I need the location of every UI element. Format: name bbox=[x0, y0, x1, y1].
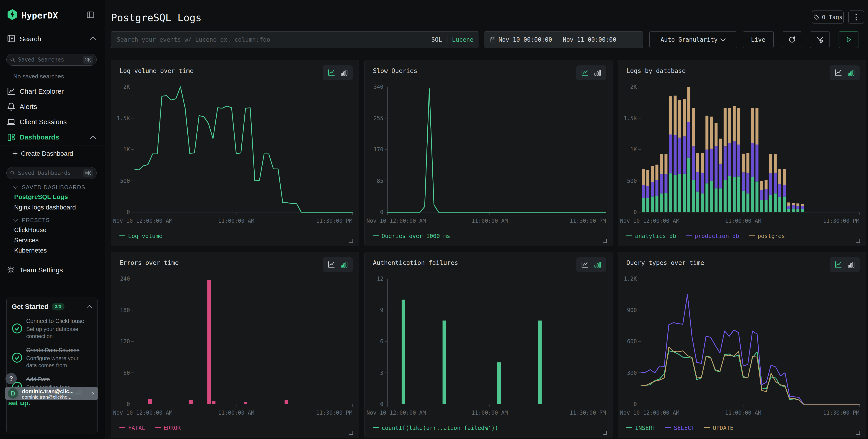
sidebar-item-search[interactable]: Search bbox=[20, 35, 41, 43]
presets-header[interactable]: PRESETS bbox=[22, 217, 50, 223]
chart-view-toggle[interactable] bbox=[576, 257, 606, 272]
sidebar-collapse-icon[interactable] bbox=[86, 11, 95, 19]
svg-text:Log volume: Log volume bbox=[128, 233, 162, 239]
chart-panel: Authentication failures 129630Nov 10 12:… bbox=[365, 252, 613, 438]
saved-dashboards-header[interactable]: SAVED DASHBOARDS bbox=[22, 184, 85, 191]
saved-dashboards-input-wrap: ⌘K bbox=[6, 167, 97, 179]
sidebar-item-services[interactable]: Services bbox=[14, 237, 38, 244]
chart-panel: Log volume over time 2K1.5K1K5000Nov 10 … bbox=[111, 60, 359, 246]
chart-panel: Slow Queries 340255170850Nov 10 12:00:00… bbox=[365, 60, 613, 246]
chart-title: Log volume over time bbox=[119, 67, 193, 74]
sidebar-item-client-sessions[interactable]: Client Sessions bbox=[0, 117, 105, 128]
svg-text:6: 6 bbox=[380, 338, 383, 345]
event-search-input[interactable] bbox=[111, 31, 478, 48]
svg-text:INSERT: INSERT bbox=[635, 425, 656, 431]
chart-view-toggle[interactable] bbox=[323, 257, 353, 272]
svg-text:60: 60 bbox=[123, 370, 130, 376]
saved-dashboards-input[interactable] bbox=[18, 169, 81, 177]
check-circle-icon bbox=[11, 352, 23, 363]
more-menu-button[interactable] bbox=[848, 10, 864, 24]
svg-text:1K: 1K bbox=[630, 146, 637, 153]
line-chart-icon bbox=[328, 69, 335, 76]
line-chart-icon bbox=[835, 69, 842, 76]
svg-text:11:30:00 PM: 11:30:00 PM bbox=[823, 410, 859, 416]
dashboards-icon bbox=[7, 133, 16, 142]
get-started-step[interactable]: Connect to ClickHouse Set up your databa… bbox=[11, 317, 92, 340]
svg-text:11:00:00 AM: 11:00:00 AM bbox=[725, 410, 761, 416]
sidebar-item-kubernetes[interactable]: Kubernetes bbox=[14, 247, 47, 254]
svg-text:1.5K: 1.5K bbox=[624, 115, 637, 122]
svg-text:900: 900 bbox=[627, 307, 637, 313]
kebab-icon bbox=[855, 13, 857, 21]
search-icon bbox=[10, 170, 15, 176]
lucene-toggle[interactable]: Lucene bbox=[452, 36, 473, 43]
sidebar-item-clickhouse[interactable]: ClickHouse bbox=[14, 226, 46, 233]
svg-text:Nov 10 12:00:00 AM: Nov 10 12:00:00 AM bbox=[367, 218, 426, 224]
get-started-card: Get Started 3/3 Connect to ClickHouse Se… bbox=[6, 297, 98, 434]
sidebar-item-nginx-dashboard[interactable]: Nginx logs dashboard bbox=[14, 204, 76, 211]
chevron-up-icon[interactable] bbox=[90, 36, 96, 40]
svg-text:170: 170 bbox=[374, 146, 383, 153]
chevron-up-icon[interactable] bbox=[86, 305, 92, 308]
svg-text:12: 12 bbox=[377, 276, 383, 282]
page-title: PostgreSQL Logs bbox=[111, 12, 202, 24]
refresh-button[interactable] bbox=[782, 31, 802, 48]
svg-text:11:00:00 AM: 11:00:00 AM bbox=[218, 410, 254, 416]
sidebar-item-chart-explorer[interactable]: Chart Explorer bbox=[0, 87, 105, 98]
line-chart-icon bbox=[328, 261, 335, 269]
chart-title: Query types over time bbox=[626, 259, 704, 266]
dashboard-grid: Log volume over time 2K1.5K1K5000Nov 10 … bbox=[111, 60, 866, 438]
chevron-down-icon bbox=[720, 38, 726, 41]
sidebar-item-team-settings[interactable]: Team Settings bbox=[20, 266, 63, 274]
sidebar-item-dashboards[interactable]: Dashboards bbox=[0, 132, 105, 144]
user-menu[interactable]: D dominic.tran@clic... dominic.tran@clic… bbox=[5, 387, 98, 400]
svg-text:600: 600 bbox=[627, 338, 637, 345]
svg-text:production_db: production_db bbox=[694, 233, 739, 239]
chevron-down-icon[interactable] bbox=[13, 186, 18, 189]
svg-text:0: 0 bbox=[380, 209, 383, 215]
svg-text:11:30:00 PM: 11:30:00 PM bbox=[316, 218, 352, 224]
svg-text:300: 300 bbox=[627, 370, 637, 376]
laptop-icon bbox=[7, 118, 16, 126]
gear-icon bbox=[7, 266, 15, 274]
tags-button[interactable]: 0 Tags bbox=[812, 10, 844, 24]
sidebar-item-postgresql-logs[interactable]: PostgreSQL Logs bbox=[14, 193, 68, 200]
check-circle-icon bbox=[11, 323, 23, 334]
sidebar-item-alerts[interactable]: Alerts bbox=[0, 102, 105, 113]
svg-text:Nov 10 12:00:00 AM: Nov 10 12:00:00 AM bbox=[367, 410, 426, 416]
create-dashboard-button[interactable]: Create Dashboard bbox=[21, 150, 73, 157]
run-query-button[interactable] bbox=[839, 31, 859, 48]
svg-text:countIf(like(arr..ation failed: countIf(like(arr..ation failed%')) bbox=[381, 425, 498, 431]
granularity-select[interactable]: Auto Granularity bbox=[649, 31, 737, 48]
chart-view-toggle[interactable] bbox=[323, 65, 353, 80]
get-started-step[interactable]: Create Data Sources Configure where your… bbox=[11, 346, 92, 369]
line-chart-icon bbox=[581, 261, 589, 269]
line-chart-icon bbox=[581, 69, 589, 76]
chart-title: Authentication failures bbox=[373, 259, 458, 266]
svg-text:85: 85 bbox=[377, 178, 383, 184]
chart-view-toggle[interactable] bbox=[830, 257, 860, 272]
sidebar: HyperDX Search ⌘K No saved searches Char… bbox=[0, 0, 105, 439]
svg-text:Queries over 1000 ms: Queries over 1000 ms bbox=[381, 233, 450, 239]
shortcut-badge: ⌘K bbox=[83, 56, 93, 64]
chart-panel: Query types over time 1.2K9006003000Nov … bbox=[618, 252, 866, 438]
chevron-up-icon[interactable] bbox=[90, 135, 96, 139]
filter-button[interactable] bbox=[810, 31, 830, 48]
chevron-down-icon[interactable] bbox=[13, 219, 18, 222]
no-saved-searches-text: No saved searches bbox=[13, 73, 64, 80]
svg-text:11:30:00 PM: 11:30:00 PM bbox=[823, 218, 859, 224]
date-range-picker[interactable]: Nov 10 00:00:00 - Nov 11 00:00:00 bbox=[484, 31, 643, 48]
chart-panel: Errors over time 240180120600Nov 10 12:0… bbox=[111, 252, 359, 438]
help-button[interactable]: ? bbox=[5, 373, 17, 384]
bar-chart-icon bbox=[594, 69, 601, 76]
chart-view-toggle[interactable] bbox=[576, 65, 606, 80]
chart-view-toggle[interactable] bbox=[830, 65, 860, 80]
svg-text:ERROR: ERROR bbox=[164, 425, 181, 431]
hyperdx-logo-icon bbox=[6, 9, 18, 21]
svg-text:9: 9 bbox=[380, 307, 383, 313]
saved-searches-input[interactable] bbox=[18, 56, 81, 63]
svg-text:Nov 10 12:00:00 AM: Nov 10 12:00:00 AM bbox=[620, 218, 679, 224]
sql-toggle[interactable]: SQL bbox=[431, 36, 442, 43]
live-button[interactable]: Live bbox=[743, 31, 774, 48]
svg-text:0: 0 bbox=[634, 209, 637, 215]
